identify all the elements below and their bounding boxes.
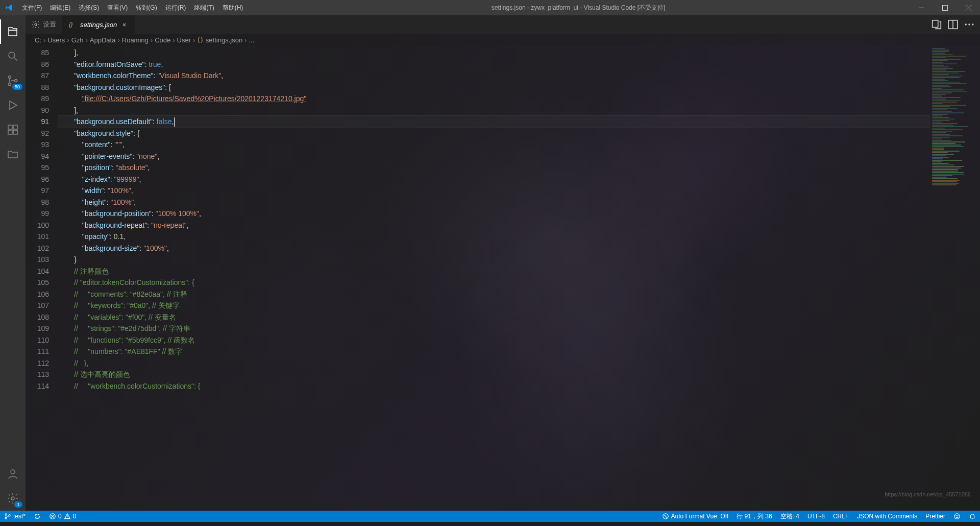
crumb-user[interactable]: User	[177, 36, 191, 44]
crumb-code[interactable]: Code	[155, 36, 170, 44]
svg-rect-1	[942, 5, 947, 10]
activity-bar: 50 1	[0, 15, 26, 511]
editor-body[interactable]: 8586878889909192939495969798991001011021…	[26, 46, 980, 511]
svg-point-16	[35, 23, 37, 26]
activity-account[interactable]	[0, 462, 26, 486]
status-sync[interactable]	[30, 511, 45, 522]
scm-badge: 50	[12, 84, 22, 90]
svg-line-32	[664, 515, 667, 518]
activity-folder[interactable]	[0, 142, 26, 166]
crumb-file[interactable]: {} settings.json	[197, 36, 242, 44]
svg-point-25	[5, 517, 7, 519]
menu-bar: 文件(F) 编辑(E) 选择(S) 查看(V) 转到(G) 运行(R) 终端(T…	[18, 0, 247, 15]
menu-goto[interactable]: 转到(G)	[132, 0, 161, 15]
svg-point-24	[5, 514, 7, 515]
status-branch[interactable]: test*	[0, 511, 30, 522]
menu-run[interactable]: 运行(R)	[161, 0, 190, 15]
line-numbers: 8586878889909192939495969798991001011021…	[29, 46, 58, 511]
minimap[interactable]	[929, 46, 980, 511]
crumb-c[interactable]: C:	[35, 36, 41, 44]
close-button[interactable]	[957, 0, 980, 15]
more-actions-icon[interactable]	[964, 19, 975, 30]
tab-actions	[931, 19, 980, 30]
split-editor-icon[interactable]	[947, 19, 959, 30]
window-controls	[910, 0, 980, 15]
status-eol[interactable]: CRLF	[829, 511, 853, 522]
svg-point-14	[11, 470, 15, 474]
svg-point-8	[15, 80, 17, 82]
svg-rect-10	[8, 125, 12, 129]
tab-settings[interactable]: 设置	[26, 15, 63, 34]
manage-badge: 1	[14, 501, 22, 508]
svg-point-21	[965, 23, 967, 26]
title-bar: 文件(F) 编辑(E) 选择(S) 查看(V) 转到(G) 运行(R) 终端(T…	[0, 0, 980, 15]
status-problems[interactable]: 0 0	[45, 511, 80, 522]
open-changes-icon[interactable]	[931, 19, 942, 30]
maximize-button[interactable]	[933, 0, 957, 15]
svg-rect-12	[8, 130, 12, 134]
svg-point-26	[9, 515, 10, 516]
menu-select[interactable]: 选择(S)	[75, 0, 103, 15]
watermark: https://blog.csdn.net/qq_45571086	[885, 491, 971, 497]
workbench: 50 1 设置 {} settings.json	[0, 15, 980, 511]
status-autoformat[interactable]: Auto Format Vue: Off	[658, 511, 733, 522]
minimize-button[interactable]	[910, 0, 933, 15]
crumb-ellipsis[interactable]: ...	[249, 36, 254, 44]
status-cursor[interactable]: 行 91，列 36	[732, 511, 776, 522]
svg-point-23	[972, 23, 974, 26]
status-prettier[interactable]: Prettier	[921, 511, 949, 522]
svg-line-5	[14, 58, 17, 61]
tabs-row: 设置 {} settings.json ×	[26, 15, 980, 34]
svg-point-34	[956, 516, 957, 516]
vscode-logo-icon	[0, 4, 18, 12]
activity-explorer[interactable]	[0, 19, 26, 44]
gear-icon	[32, 20, 40, 29]
svg-point-15	[11, 497, 14, 500]
svg-point-7	[9, 83, 11, 86]
crumb-appdata[interactable]: AppData	[90, 36, 116, 44]
svg-marker-9	[10, 101, 17, 109]
activity-debug[interactable]	[0, 93, 26, 117]
svg-point-6	[9, 76, 11, 79]
tab-settings-json[interactable]: {} settings.json ×	[63, 15, 135, 34]
menu-terminal[interactable]: 终端(T)	[190, 0, 218, 15]
status-encoding[interactable]: UTF-8	[803, 511, 829, 522]
window-title: settings.json - zywx_platform_ui - Visua…	[247, 4, 910, 12]
svg-point-33	[954, 514, 960, 519]
menu-view[interactable]: 查看(V)	[103, 0, 132, 15]
close-icon[interactable]: ×	[120, 20, 128, 29]
tab-label: settings.json	[80, 21, 117, 29]
status-notifications[interactable]	[965, 511, 980, 522]
svg-rect-18	[933, 20, 938, 28]
breadcrumbs[interactable]: C:› Users› Gzh› AppData› Roaming› Code› …	[26, 34, 980, 46]
svg-point-22	[968, 23, 970, 26]
menu-help[interactable]: 帮助(H)	[218, 0, 248, 15]
activity-search[interactable]	[0, 44, 26, 68]
crumb-roaming[interactable]: Roaming	[122, 36, 149, 44]
code-content[interactable]: ], "editor.formatOnSave": true, "workben…	[58, 46, 929, 511]
svg-rect-13	[13, 130, 17, 134]
activity-extensions[interactable]	[0, 117, 26, 142]
svg-rect-11	[13, 125, 17, 129]
crumb-gzh[interactable]: Gzh	[71, 36, 84, 44]
tab-label: 设置	[43, 20, 56, 29]
menu-edit[interactable]: 编辑(E)	[46, 0, 75, 15]
activity-manage[interactable]: 1	[0, 486, 26, 511]
status-language[interactable]: JSON with Comments	[853, 511, 921, 522]
status-spaces[interactable]: 空格: 4	[776, 511, 803, 522]
svg-text:{}: {}	[69, 21, 73, 28]
status-bar: test* 0 0 Auto Format Vue: Off 行 91，列 36…	[0, 511, 980, 522]
crumb-users[interactable]: Users	[47, 36, 65, 44]
editor-area: 设置 {} settings.json × C:› Users› Gzh› Ap…	[26, 15, 980, 511]
svg-point-35	[958, 516, 958, 516]
menu-file[interactable]: 文件(F)	[18, 0, 46, 15]
json-icon: {}	[69, 20, 77, 29]
activity-source-control[interactable]: 50	[0, 68, 26, 93]
status-feedback[interactable]	[949, 511, 965, 522]
svg-point-4	[9, 52, 15, 58]
